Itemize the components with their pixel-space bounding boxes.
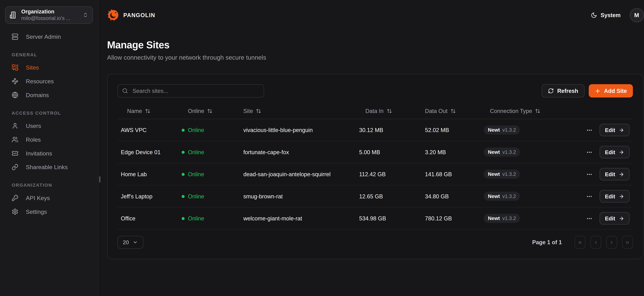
- cell-data-out: 780.12 GB: [425, 215, 484, 222]
- ticket-check-icon: [12, 150, 18, 157]
- sidebar-item-server-admin[interactable]: Server Admin: [5, 31, 93, 42]
- conn-version: v1.3.2: [502, 193, 516, 199]
- screen: Organization milo@fossorial.io's ... Ser…: [0, 0, 644, 296]
- next-page-button[interactable]: [606, 236, 617, 249]
- main-area: PANGOLIN System M Manage Sites Allow con…: [98, 0, 644, 296]
- sites-table: Name Online Site Data In: [118, 103, 633, 230]
- org-selector[interactable]: Organization milo@fossorial.io's ...: [5, 6, 93, 24]
- edit-button[interactable]: Edit: [600, 190, 629, 202]
- online-dot-icon: [182, 217, 184, 220]
- online-dot-icon: [182, 173, 184, 176]
- arrow-right-icon: [618, 127, 624, 133]
- sidebar-item-label: API Keys: [26, 195, 50, 201]
- sidebar-item-label: Settings: [26, 208, 47, 215]
- link-icon: [12, 164, 18, 170]
- cell-name: Home Lab: [121, 171, 182, 177]
- sidebar-item-label: Sites: [26, 64, 39, 71]
- sidebar-scrollbar-thumb[interactable]: [99, 176, 100, 182]
- column-label: Name: [127, 108, 142, 114]
- sidebar-item-shareable-links[interactable]: Shareable Links: [5, 162, 93, 172]
- plus-icon: [594, 88, 601, 94]
- row-menu-button[interactable]: [586, 170, 593, 178]
- cell-data-out: 52.02 MB: [425, 127, 484, 133]
- edit-button[interactable]: Edit: [600, 212, 629, 225]
- table-row: AWS VPC Online vivacious-little-blue-pen…: [118, 119, 633, 141]
- online-dot-icon: [182, 150, 184, 154]
- refresh-button[interactable]: Refresh: [542, 84, 584, 98]
- edit-button[interactable]: Edit: [600, 124, 629, 136]
- cell-data-in: 5.00 MB: [359, 149, 425, 155]
- page-size-value: 20: [123, 239, 129, 246]
- sidebar-item-label: Domains: [26, 92, 49, 98]
- refresh-icon: [548, 88, 554, 94]
- row-menu-button[interactable]: [586, 192, 593, 200]
- org-title: Organization: [21, 8, 78, 15]
- cell-name: AWS VPC: [121, 127, 182, 133]
- cell-data-in: 12.65 GB: [359, 193, 425, 200]
- row-menu-button[interactable]: [586, 148, 593, 156]
- connection-type-badge: Newtv1.3.2: [484, 214, 520, 223]
- arrow-right-icon: [618, 194, 624, 199]
- sidebar-item-roles[interactable]: Roles: [5, 134, 93, 145]
- column-label: Site: [243, 108, 253, 114]
- sort-icon: [256, 108, 261, 114]
- cell-status: Online: [182, 171, 243, 177]
- pangolin-logo-icon: [107, 9, 120, 21]
- conn-name: Newt: [488, 149, 500, 155]
- edit-button[interactable]: Edit: [600, 168, 629, 180]
- cell-actions: Edit: [590, 212, 630, 225]
- column-header-data-out[interactable]: Data Out: [425, 108, 484, 114]
- add-site-label: Add Site: [604, 88, 627, 94]
- sidebar-nav: Server Admin GENERAL Sites Resources Dom: [5, 31, 93, 220]
- column-header-site[interactable]: Site: [243, 108, 359, 114]
- sidebar-item-label: Invitations: [26, 150, 52, 157]
- refresh-label: Refresh: [557, 88, 578, 94]
- row-menu-button[interactable]: [586, 126, 593, 134]
- pagination-buttons: [574, 236, 633, 249]
- section-label-organization: ORGANIZATION: [5, 182, 93, 188]
- sidebar: Organization milo@fossorial.io's ... Ser…: [0, 0, 98, 296]
- column-label: Data Out: [425, 108, 448, 114]
- conn-name: Newt: [488, 215, 500, 221]
- waypoints-icon: [12, 78, 18, 85]
- column-header-online[interactable]: Online: [182, 108, 243, 114]
- sidebar-item-sites[interactable]: Sites: [5, 62, 93, 73]
- sidebar-item-api-keys[interactable]: API Keys: [5, 192, 93, 204]
- sidebar-item-settings[interactable]: Settings: [5, 206, 93, 217]
- column-header-connection-type[interactable]: Connection Type: [484, 108, 590, 114]
- first-page-button[interactable]: [574, 236, 585, 249]
- sidebar-item-users[interactable]: Users: [5, 120, 93, 131]
- sidebar-item-resources[interactable]: Resources: [5, 76, 93, 87]
- app-window: Organization milo@fossorial.io's ... Ser…: [0, 0, 644, 296]
- table-footer: 20 Page 1 of 1: [118, 236, 633, 249]
- topbar-right: System M: [591, 8, 644, 22]
- column-header-data-in[interactable]: Data In: [359, 108, 425, 114]
- edit-button[interactable]: Edit: [600, 146, 629, 158]
- last-page-button[interactable]: [622, 236, 633, 249]
- cell-actions: Edit: [590, 124, 630, 136]
- sidebar-item-label: Shareable Links: [26, 164, 68, 170]
- chevrons-up-down-icon: [82, 12, 88, 18]
- search-input[interactable]: [132, 87, 260, 94]
- server-icon: [12, 33, 18, 40]
- edit-label: Edit: [605, 127, 615, 133]
- prev-page-button[interactable]: [590, 236, 601, 249]
- sidebar-item-label: Users: [26, 122, 41, 129]
- page-subtitle: Allow connectivity to your network throu…: [107, 54, 644, 61]
- connection-type-badge: Newtv1.3.2: [484, 192, 520, 201]
- cell-actions: Edit: [590, 146, 630, 158]
- building-icon: [10, 11, 17, 19]
- sidebar-item-domains[interactable]: Domains: [5, 90, 93, 100]
- sidebar-item-invitations[interactable]: Invitations: [5, 148, 93, 159]
- row-menu-button[interactable]: [586, 214, 593, 222]
- add-site-button[interactable]: Add Site: [588, 84, 633, 98]
- arrow-right-icon: [618, 150, 624, 155]
- page-size-select[interactable]: 20: [118, 236, 143, 249]
- conn-name: Newt: [488, 193, 500, 199]
- column-header-name[interactable]: Name: [121, 108, 182, 114]
- theme-toggle-button[interactable]: System: [591, 12, 621, 18]
- avatar[interactable]: M: [630, 8, 644, 22]
- avatar-initial: M: [634, 12, 639, 18]
- section-label-access-control: ACCESS CONTROL: [5, 110, 93, 116]
- cell-data-in: 534.98 GB: [359, 215, 425, 222]
